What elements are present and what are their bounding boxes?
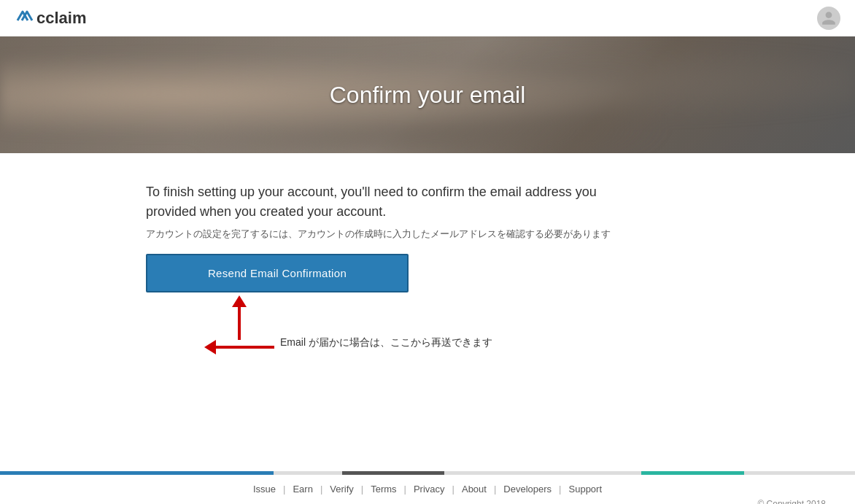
header: cclaim xyxy=(0,0,855,36)
footer-copyright: © Copyright 2018 xyxy=(15,499,840,504)
logo-icon xyxy=(15,6,35,31)
logo-text: cclaim xyxy=(36,9,87,28)
footer-link-issue[interactable]: Issue xyxy=(246,484,283,495)
user-avatar[interactable] xyxy=(817,7,840,30)
resend-email-button[interactable]: Resend Email Confirmation xyxy=(146,254,409,292)
hero-banner: Confirm your email xyxy=(0,36,855,153)
arrow-right-line xyxy=(216,346,274,349)
footer-link-verify[interactable]: Verify xyxy=(322,484,361,495)
footer-link-privacy[interactable]: Privacy xyxy=(406,484,452,495)
description-japanese: アカウントの設定を完了するには、アカウントの作成時に入力したメールアドレスを確認… xyxy=(146,228,657,241)
footer: Issue | Earn | Verify | Terms | Privacy … xyxy=(0,475,855,504)
footer-link-support[interactable]: Support xyxy=(562,484,610,495)
progress-bar xyxy=(0,471,855,475)
footer-link-earn[interactable]: Earn xyxy=(285,484,320,495)
logo[interactable]: cclaim xyxy=(15,6,87,31)
arrow-up-line xyxy=(238,307,241,340)
footer-links: Issue | Earn | Verify | Terms | Privacy … xyxy=(15,484,840,495)
arrow-left-head xyxy=(204,340,216,354)
progress-segment-dark xyxy=(342,471,445,475)
footer-link-developers[interactable]: Developers xyxy=(496,484,559,495)
footer-link-about[interactable]: About xyxy=(454,484,494,495)
progress-segment-teal xyxy=(641,471,744,475)
footer-link-terms[interactable]: Terms xyxy=(363,484,403,495)
description-english: To finish setting up your account, you'l… xyxy=(146,182,598,222)
hero-title: Confirm your email xyxy=(330,82,526,109)
progress-segment-blue xyxy=(0,471,274,475)
arrow-up-head xyxy=(232,295,247,307)
annotation-text: Email が届かに場合は、ここから再送できます xyxy=(280,336,492,349)
main-content: To finish setting up your account, you'l… xyxy=(0,153,657,384)
